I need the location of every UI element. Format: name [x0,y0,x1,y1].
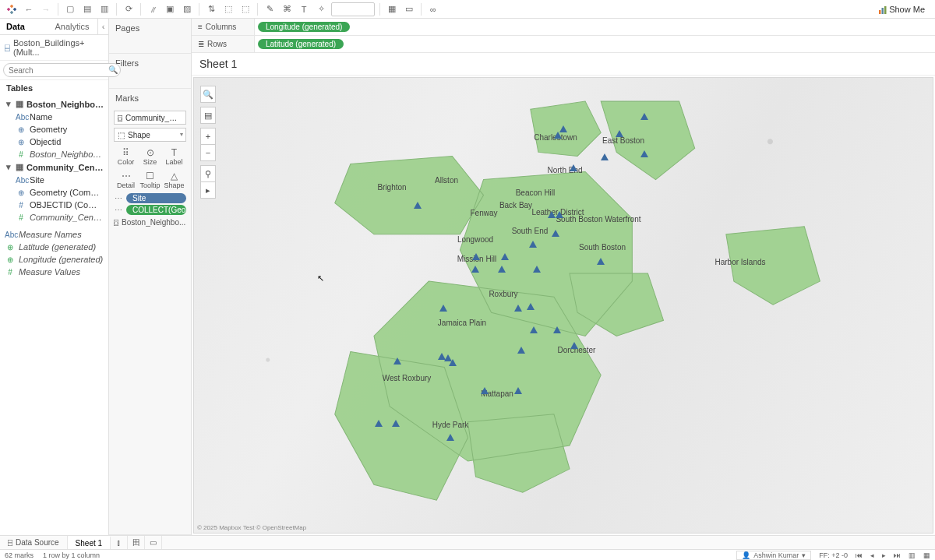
filters-shelf[interactable] [109,72,191,88]
field-row[interactable]: AbcMeasure Names [0,228,108,241]
new-datasource-icon[interactable]: ▤ [80,2,94,16]
community-center-marker[interactable] [501,253,509,260]
tab-data-source[interactable]: ⌸ Data Source [0,536,68,549]
clear-icon[interactable]: ▨ [180,2,194,16]
autosave-icon[interactable]: ▥ [97,2,111,16]
community-center-marker[interactable] [498,266,506,273]
sort-asc-icon[interactable]: ⬚ [221,2,235,16]
marks-detail-button[interactable]: ⋯Detail [114,168,138,192]
field-row[interactable]: #OBJECTID (Community... [0,199,108,211]
datasource-row[interactable]: ⌸ Boston_Buildings+ (Mult... [0,35,108,61]
field-row[interactable]: #Boston_Neighborhood... [0,148,108,160]
sort-desc-icon[interactable]: ⬚ [238,2,252,16]
marks-shape-button[interactable]: △Shape [162,168,186,192]
field-row[interactable]: ⊕Latitude (generated) [0,241,108,253]
community-center-marker[interactable] [616,130,623,137]
zoom-in-icon[interactable]: + [200,128,216,145]
refresh-icon[interactable]: ⟳ [122,2,136,16]
community-center-marker[interactable] [548,211,556,218]
forward-icon[interactable]: → [39,2,53,16]
marks-pill-collect[interactable]: COLLECT(Geo... [126,205,186,215]
tab-data[interactable]: Data [0,19,49,34]
nav-first-icon[interactable]: ⏮ [856,551,863,559]
community-center-marker[interactable] [439,305,447,312]
community-center-marker[interactable] [597,258,605,265]
columns-shelf[interactable]: ≡Columns Longitude (generated) [192,19,935,36]
community-center-marker[interactable] [570,342,578,349]
community-center-marker[interactable] [552,230,559,237]
collapse-pane-icon[interactable]: ‹ [97,19,108,34]
community-center-marker[interactable] [554,132,562,139]
community-center-marker[interactable] [601,153,609,160]
rows-pill[interactable]: Latitude (generated) [258,39,344,49]
presentation-icon[interactable]: ▦ [385,2,399,16]
nav-last-icon[interactable]: ⏭ [894,551,901,559]
swap-icon[interactable]: ⇅ [204,2,218,16]
community-center-marker[interactable] [529,241,537,248]
sheet-title[interactable]: Sheet 1 [192,53,935,76]
marks-size-button[interactable]: ⊙Size [138,145,162,168]
community-center-marker[interactable] [514,387,522,394]
pages-shelf[interactable] [109,37,191,53]
mark-type-select[interactable]: ⬚ Shape ▾ [114,128,186,142]
user-menu[interactable]: 👤 Ashwin Kumar ▾ [736,551,811,560]
duplicate-icon[interactable]: ▣ [163,2,177,16]
field-row[interactable]: #Community_Centers... [0,211,108,224]
grid-icon[interactable]: ▦ [923,551,930,559]
community-center-marker[interactable] [514,305,522,312]
community-center-marker[interactable] [393,357,401,365]
rows-shelf[interactable]: ≣Rows Latitude (generated) [192,36,935,53]
show-me-button[interactable]: Show Me [873,2,930,16]
community-center-marker[interactable] [472,253,480,260]
marks-layer-2[interactable]: ⌼ Boston_Neighbo... [114,218,186,227]
marks-layer-header[interactable]: ⌼ Community_Ce... [114,111,186,125]
fit-selector[interactable] [331,2,375,16]
map-search-icon[interactable]: 🔍 [200,86,216,103]
community-center-marker[interactable] [530,326,538,333]
nav-prev-icon[interactable]: ◂ [870,551,874,559]
columns-pill[interactable]: Longitude (generated) [258,22,350,32]
field-row[interactable]: ⊕Geometry (Community... [0,186,108,199]
group-icon[interactable]: ⌘ [280,2,294,16]
community-center-marker[interactable] [392,420,400,427]
marks-color-button[interactable]: ⠿Color [114,145,138,168]
new-story-icon[interactable]: ▭ [145,536,162,549]
community-center-marker[interactable] [375,420,383,427]
field-row[interactable]: #Measure Values [0,266,108,278]
new-worksheet-icon[interactable]: ⫿ [111,536,128,549]
community-center-marker[interactable] [527,303,535,310]
community-center-marker[interactable] [556,211,563,218]
community-center-marker[interactable] [481,387,489,394]
community-center-marker[interactable] [414,202,422,209]
community-center-marker[interactable] [517,347,525,354]
search-input[interactable] [3,63,121,77]
new-worksheet-icon[interactable]: ⫽ [146,2,160,16]
table-header[interactable]: ▾ ▦ Community_Centers [0,160,108,174]
table-header[interactable]: ▾ ▦ Boston_Neighborhoods [0,97,108,111]
filmstrip-icon[interactable]: ▥ [909,551,916,559]
map-canvas[interactable]: CharlestownEast BostonNorth EndAllstonBr… [193,77,933,534]
community-center-marker[interactable] [553,326,561,333]
map-pin-icon[interactable]: ⚲ [200,165,216,182]
community-center-marker[interactable] [446,434,454,441]
field-row[interactable]: ⊕Objectid [0,136,108,148]
share-icon[interactable]: ∞ [426,2,440,16]
community-center-marker[interactable] [449,359,457,366]
back-icon[interactable]: ← [22,2,36,16]
tab-analytics[interactable]: Analytics [49,19,98,34]
community-center-marker[interactable] [533,266,541,273]
highlight-icon[interactable]: ✎ [263,2,277,16]
marks-label-button[interactable]: TLabel [162,145,186,168]
new-dashboard-icon[interactable]: 田 [128,536,145,549]
marks-tooltip-button[interactable]: ☐Tooltip [138,168,162,192]
zoom-out-icon[interactable]: − [200,144,216,161]
field-row[interactable]: AbcName [0,111,108,123]
pin-icon[interactable]: ✧ [314,2,328,16]
save-icon[interactable]: ▢ [63,2,77,16]
community-center-marker[interactable] [640,113,648,120]
totals-icon[interactable]: T [297,2,311,16]
map-expand-icon[interactable]: ▸ [200,181,216,199]
field-row[interactable]: ⊕Longitude (generated) [0,253,108,266]
tab-sheet-1[interactable]: Sheet 1 [68,536,111,549]
device-preview-icon[interactable]: ▭ [402,2,416,16]
